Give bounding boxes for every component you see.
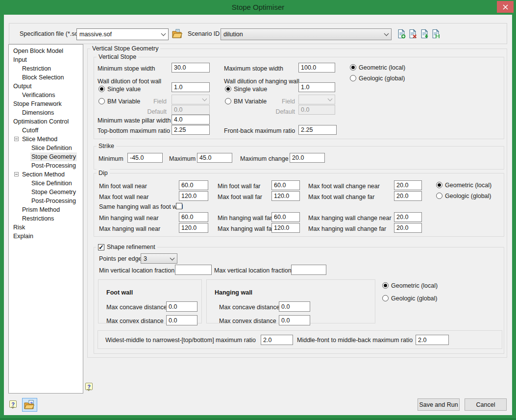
tree-item-stope-geometry-2[interactable]: Stope Geometry bbox=[9, 188, 83, 197]
delete-scenario-button[interactable] bbox=[408, 29, 417, 41]
points-per-edge-combobox[interactable]: 3 bbox=[141, 253, 177, 264]
vs-geologic-label[interactable]: Geologic (global) bbox=[359, 74, 405, 83]
foot-field-label: Field bbox=[119, 97, 167, 106]
shape-geometric-label[interactable]: Geometric (local) bbox=[391, 281, 438, 291]
top-bottom-ratio-input[interactable] bbox=[172, 125, 210, 135]
collapse-icon[interactable] bbox=[14, 137, 19, 141]
fw-concave-input[interactable] bbox=[166, 301, 197, 312]
shape-refinement-title[interactable]: Shape refinement bbox=[107, 244, 155, 250]
scenario-id-combobox[interactable]: dilution bbox=[221, 28, 392, 40]
min-fw-near-label: Min foot wall near bbox=[99, 181, 147, 191]
vs-geometric-label[interactable]: Geometric (local) bbox=[359, 63, 405, 73]
help-icon[interactable]: ? bbox=[85, 383, 93, 390]
tree-item-section-method[interactable]: Section Method bbox=[9, 170, 83, 179]
foot-single-value-label[interactable]: Single value bbox=[107, 84, 141, 94]
strike-max-change-input[interactable] bbox=[290, 153, 325, 163]
tree-item-stope-framework[interactable]: Stope Framework bbox=[9, 99, 83, 108]
spec-file-combobox[interactable]: massive.sof bbox=[76, 28, 169, 40]
tree-item-post-processing[interactable]: Post-Processing bbox=[9, 161, 83, 170]
new-scenario-button[interactable] bbox=[397, 29, 406, 41]
save-and-run-button[interactable]: Save and Run bbox=[418, 398, 460, 411]
tree-item-verifications[interactable]: Verifications bbox=[9, 91, 83, 99]
tree-item-open-block-model[interactable]: Open Block Model bbox=[9, 47, 83, 55]
front-back-ratio-input[interactable] bbox=[298, 125, 337, 135]
widest-ratio-input[interactable] bbox=[261, 335, 293, 345]
foot-default-label: Default bbox=[119, 107, 167, 117]
browse-spec-file-button[interactable] bbox=[172, 28, 183, 42]
strike-minimum-input[interactable] bbox=[127, 153, 163, 163]
max-fw-change-near-input[interactable] bbox=[394, 180, 422, 190]
collapse-icon[interactable] bbox=[14, 172, 19, 176]
vs-geometric-radio[interactable] bbox=[350, 64, 356, 71]
help-folder-button[interactable]: ? bbox=[22, 398, 37, 412]
save-scenario-button[interactable] bbox=[431, 29, 440, 41]
spec-file-value: massive.sof bbox=[79, 29, 160, 40]
hw-convex-input[interactable] bbox=[279, 315, 310, 325]
min-waste-pillar-label: Minimum waste pillar width bbox=[98, 116, 171, 125]
tree-item-restriction[interactable]: Restriction bbox=[9, 64, 83, 73]
hang-single-value-label[interactable]: Single value bbox=[234, 84, 267, 94]
strike-maximum-input[interactable] bbox=[197, 153, 232, 163]
same-hw-label[interactable]: Same hanging wall as foot wall bbox=[99, 202, 183, 212]
dip-geometric-radio[interactable] bbox=[436, 182, 442, 188]
foot-single-value-radio[interactable] bbox=[98, 86, 105, 92]
tree-item-post-processing-2[interactable]: Post-Processing bbox=[9, 197, 83, 205]
tree-item-block-selection[interactable]: Block Selection bbox=[9, 73, 83, 82]
tree-item-cutoff[interactable]: Cutoff bbox=[9, 126, 83, 135]
min-stope-width-input[interactable] bbox=[172, 63, 210, 73]
max-fw-far-label: Max foot wall far bbox=[218, 192, 262, 202]
shape-geologic-label[interactable]: Geologic (global) bbox=[391, 294, 438, 303]
tree-item-output[interactable]: Output bbox=[9, 82, 83, 91]
shape-geometric-radio[interactable] bbox=[382, 282, 389, 289]
fw-convex-input[interactable] bbox=[166, 315, 197, 325]
help-folder-icon: ? bbox=[24, 400, 35, 410]
tree-item-explain[interactable]: Explain bbox=[9, 232, 83, 241]
max-hw-near-input[interactable] bbox=[179, 223, 208, 233]
tree-item-slice-method[interactable]: Slice Method bbox=[9, 135, 83, 144]
tree-item-prism-method[interactable]: Prism Method bbox=[9, 205, 83, 214]
cancel-button[interactable]: Cancel bbox=[465, 398, 507, 411]
max-fw-change-far-input[interactable] bbox=[394, 191, 422, 201]
min-fw-near-input[interactable] bbox=[179, 180, 208, 190]
import-scenario-button[interactable] bbox=[420, 29, 429, 41]
dip-geologic-label[interactable]: Geologic (global) bbox=[445, 191, 491, 201]
tree-item-risk[interactable]: Risk bbox=[9, 223, 83, 232]
help-icon[interactable]: ? bbox=[9, 400, 17, 408]
max-stope-width-input[interactable] bbox=[298, 63, 335, 73]
strike-group: Strike Minimum Maximum Maximum change bbox=[94, 146, 504, 170]
min-waste-pillar-input[interactable] bbox=[172, 115, 210, 124]
tree-item-input[interactable]: Input bbox=[9, 55, 83, 64]
hw-concave-input[interactable] bbox=[279, 301, 310, 312]
max-fw-far-input[interactable] bbox=[271, 191, 300, 201]
tree-item-restrictions[interactable]: Restrictions bbox=[9, 214, 83, 223]
tree-item-dimensions[interactable]: Dimensions bbox=[9, 108, 83, 117]
dip-geologic-radio[interactable] bbox=[436, 193, 442, 199]
shape-refinement-checkbox[interactable] bbox=[98, 244, 104, 250]
min-vert-fraction-input[interactable] bbox=[175, 265, 212, 275]
max-hw-change-near-input[interactable] bbox=[394, 212, 422, 222]
hang-bm-variable-radio[interactable] bbox=[225, 98, 231, 104]
foot-bm-variable-radio[interactable] bbox=[98, 98, 105, 104]
min-hw-near-input[interactable] bbox=[179, 212, 208, 222]
tree-item-stope-geometry-selected[interactable]: Stope Geometry bbox=[9, 152, 83, 161]
same-hw-checkbox[interactable] bbox=[176, 203, 182, 209]
foot-field-combobox[interactable] bbox=[172, 95, 210, 104]
foot-single-value-input[interactable] bbox=[172, 82, 210, 92]
tree-item-slice-definition[interactable]: Slice Definition bbox=[9, 144, 83, 152]
middle-ratio-input[interactable] bbox=[416, 335, 449, 345]
tree-item-optimisation-control[interactable]: Optimisation Control bbox=[9, 117, 83, 126]
tree-item-slice-definition-2[interactable]: Slice Definition bbox=[9, 179, 83, 188]
vs-geologic-radio[interactable] bbox=[350, 75, 356, 81]
hang-single-value-radio[interactable] bbox=[225, 86, 231, 92]
max-fw-near-input[interactable] bbox=[179, 191, 208, 201]
min-hw-far-input[interactable] bbox=[271, 212, 300, 222]
max-hw-far-input[interactable] bbox=[271, 223, 300, 233]
dip-geometric-label[interactable]: Geometric (local) bbox=[445, 180, 491, 190]
max-hw-change-far-input[interactable] bbox=[394, 223, 422, 233]
hang-single-value-input[interactable] bbox=[298, 82, 335, 92]
shape-geologic-radio[interactable] bbox=[382, 295, 389, 301]
close-button[interactable] bbox=[497, 1, 514, 13]
max-vert-fraction-input[interactable] bbox=[291, 265, 326, 275]
min-fw-far-input[interactable] bbox=[271, 180, 300, 190]
hang-field-combobox[interactable] bbox=[298, 95, 335, 104]
